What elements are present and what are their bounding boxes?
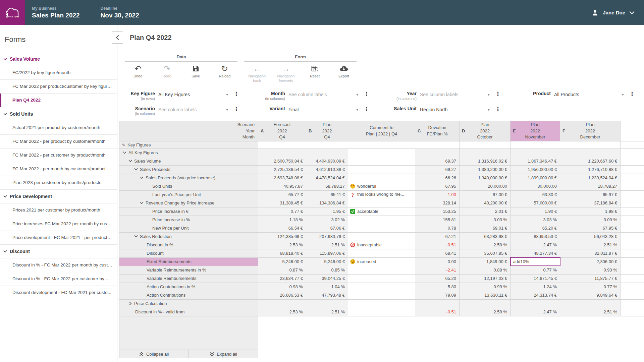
cell-forecast-q4[interactable]: 23,634.77 €: [258, 274, 306, 283]
row-label-fixed-reimbursements[interactable]: Fixed Reimbursements: [119, 257, 258, 266]
cell-comment[interactable]: [348, 232, 415, 241]
variant-dropdown[interactable]: Final▾: [288, 105, 360, 114]
cell-plan-december[interactable]: 0.93 %: [560, 266, 621, 274]
cell-plan-november[interactable]: 30,000.00: [511, 182, 560, 190]
row-label-sales-proceeds[interactable]: Sales Proceeds: [119, 165, 258, 174]
cell-plan-november[interactable]: 88,653.53 €: [511, 232, 560, 241]
cell-plan-october[interactable]: 1,316,916.02 €: [460, 157, 511, 165]
cell-plan-december[interactable]: 32,011.87 €: [560, 249, 621, 257]
cell-forecast-q4[interactable]: [258, 299, 306, 308]
cell-plan-november[interactable]: 2.47 %: [511, 308, 560, 316]
cell-forecast-q4[interactable]: 5,246.00 €: [258, 257, 306, 266]
row-label-sales-proceeds-w-o-price-increase-[interactable]: Sales Proceeds (w/o price increase): [119, 174, 258, 182]
cell-forecast-q4[interactable]: 2,693,748.08 €: [258, 174, 306, 182]
cell-plan-october[interactable]: [460, 148, 511, 157]
cell-forecast-q4[interactable]: 40,957.87: [258, 182, 306, 190]
save-button[interactable]: Save: [181, 62, 210, 79]
sidebar-item-fc-mar-2022-per-product-customer-by-key-[interactable]: FC Mar 2022 per product/customer by key …: [0, 79, 117, 93]
cell-plan-december[interactable]: 37,186.84 €: [560, 199, 621, 207]
cell-plan-december[interactable]: 1,239,524.04 €: [560, 174, 621, 182]
cell-plan-december[interactable]: 56,043.28 €: [560, 232, 621, 241]
cell-forecast-q4[interactable]: 124,385.69 €: [258, 232, 306, 241]
cell-plan-november[interactable]: 2.47 %: [511, 241, 560, 249]
cell-comment[interactable]: [348, 291, 415, 299]
cell-plan-october[interactable]: 12,197.03 €: [460, 274, 511, 283]
row-label-new-price-per-unit[interactable]: New Price per Unit: [119, 224, 258, 232]
cell-plan-december[interactable]: 65.97 €: [560, 190, 621, 199]
row-label-all-key-figures[interactable]: All Key Figures: [119, 148, 258, 157]
cell-comment[interactable]: [348, 216, 415, 224]
cell-plan-december[interactable]: [560, 299, 621, 308]
product-dropdown[interactable]: All Products▾: [554, 90, 625, 99]
column-header-c[interactable]: CDeviationFC/Plan %: [415, 121, 460, 141]
cell-plan-october[interactable]: 63,283.98 €: [460, 232, 511, 241]
cell-plan-q4[interactable]: 4,478,524.04 €: [306, 174, 348, 182]
cell-forecast-q4[interactable]: 66.54 €: [258, 224, 306, 232]
column-header-d[interactable]: DPlan2022October: [460, 121, 511, 141]
cell-plan-q4[interactable]: 39,044.25 €: [306, 274, 348, 283]
row-label-sales-volume[interactable]: Sales Volume: [119, 157, 258, 165]
cell-plan-november[interactable]: 63.30 €: [511, 190, 560, 199]
expand-all-button[interactable]: Expand all: [189, 350, 258, 358]
cell-comment[interactable]: acceptable: [348, 207, 415, 216]
cell-plan-q4[interactable]: 207,980.79 €: [306, 232, 348, 241]
cell-plan-december[interactable]: 0.77 %: [560, 283, 621, 291]
row-label-price-calculation[interactable]: Price Calculation: [119, 299, 258, 308]
cell-plan-october[interactable]: 2.58 %: [460, 241, 511, 249]
kebab-menu-icon[interactable]: ⋮: [625, 90, 635, 97]
cell-plan-december[interactable]: 9,849.64 €: [560, 291, 621, 299]
cell-plan-q4[interactable]: 134,386.84 €: [306, 199, 348, 207]
cell-plan-q4[interactable]: 3.02 %: [306, 216, 348, 224]
cell-forecast-q4[interactable]: 31,388.45 €: [258, 199, 306, 207]
cell-plan-q4[interactable]: 115,897.06 €: [306, 249, 348, 257]
row-label-price-increase-in-[interactable]: Price Increase in €: [119, 207, 258, 216]
sidebar-section-discount[interactable]: Discount: [0, 244, 117, 258]
row-label-action-contributions-in-[interactable]: Action Contributions in %: [119, 283, 258, 291]
cell-plan-december[interactable]: 67.95 €: [560, 224, 621, 232]
cell-comment[interactable]: [348, 157, 415, 165]
cell-plan-october[interactable]: 69.01 €: [460, 224, 511, 232]
sidebar-item-plan-2023-per-customer-by-months-product[interactable]: Plan 2023 per customer by months/product…: [0, 176, 117, 189]
sidebar-item-actual-2021-per-product-by-customer-mont[interactable]: Actual 2021 per product by customer/mont…: [0, 121, 117, 134]
cell-plan-october[interactable]: 2.58 %: [460, 308, 511, 316]
sales-unit-dropdown[interactable]: Region North▾: [420, 105, 491, 114]
cell-plan-december[interactable]: [560, 148, 621, 157]
cell-forecast-q4[interactable]: 0.77 €: [258, 207, 306, 216]
collapse-all-button[interactable]: Collapse all: [119, 350, 189, 358]
cell-comment[interactable]: wonderful: [348, 182, 415, 190]
user-menu[interactable]: Jane Doe: [591, 0, 635, 25]
cell-comment[interactable]: [348, 308, 415, 316]
column-header-a[interactable]: AForecast2022Q4: [258, 121, 306, 141]
cell-plan-november[interactable]: 0.77 %: [511, 266, 560, 274]
month-dropdown[interactable]: See column labels▾: [288, 90, 360, 99]
cell-plan-december[interactable]: 2.51 %: [560, 241, 621, 249]
key-figure-dropdown[interactable]: All Key Figures▾: [158, 90, 229, 99]
cell-plan-december[interactable]: 2.51 %: [560, 308, 621, 316]
cell-plan-november[interactable]: 57,000.00 €: [511, 199, 560, 207]
row-label-sales-reduction[interactable]: Sales Reduction: [119, 232, 258, 241]
cell-plan-october[interactable]: 35,607.85 €: [460, 249, 511, 257]
sidebar-section-sales-volume[interactable]: Sales Volume: [0, 52, 117, 66]
cell-plan-q4[interactable]: 2.51 %: [306, 241, 348, 249]
cell-comment[interactable]: [348, 266, 415, 274]
cell-comment[interactable]: [348, 299, 415, 308]
cell-plan-november[interactable]: 1,867,346.47 €: [511, 157, 560, 165]
reset-button[interactable]: Reset: [301, 62, 329, 83]
cell-plan-october[interactable]: 0.99 %: [460, 283, 511, 291]
back-button[interactable]: [112, 32, 123, 44]
row-label-discount-in-valid-from[interactable]: Discount in % - valid from: [119, 308, 258, 316]
cell-forecast-q4[interactable]: 1.18 %: [258, 216, 306, 224]
cell-plan-november[interactable]: [511, 148, 560, 157]
cell-comment[interactable]: [348, 274, 415, 283]
cell-plan-q4[interactable]: 0.85 %: [306, 266, 348, 274]
sidebar-item-discount-in-fc-mar-2022-per-month-by-cus[interactable]: Discount in % - FC Mar 2022 per month by…: [0, 258, 117, 272]
cell-plan-december[interactable]: 11,875.77 €: [560, 274, 621, 283]
cell-comment[interactable]: [348, 224, 415, 232]
cell-comment[interactable]: [348, 283, 415, 291]
cell-plan-q4[interactable]: 4,612,910.88 €: [306, 165, 348, 174]
cell-forecast-q4[interactable]: 26,686.53 €: [258, 291, 306, 299]
cell-plan-november[interactable]: 14,971.45 €: [511, 274, 560, 283]
cell-forecast-q4[interactable]: 0.98 %: [258, 283, 306, 291]
cell-plan-q4[interactable]: 1.04 %: [306, 283, 348, 291]
undo-button[interactable]: ↶Undo: [123, 62, 152, 79]
